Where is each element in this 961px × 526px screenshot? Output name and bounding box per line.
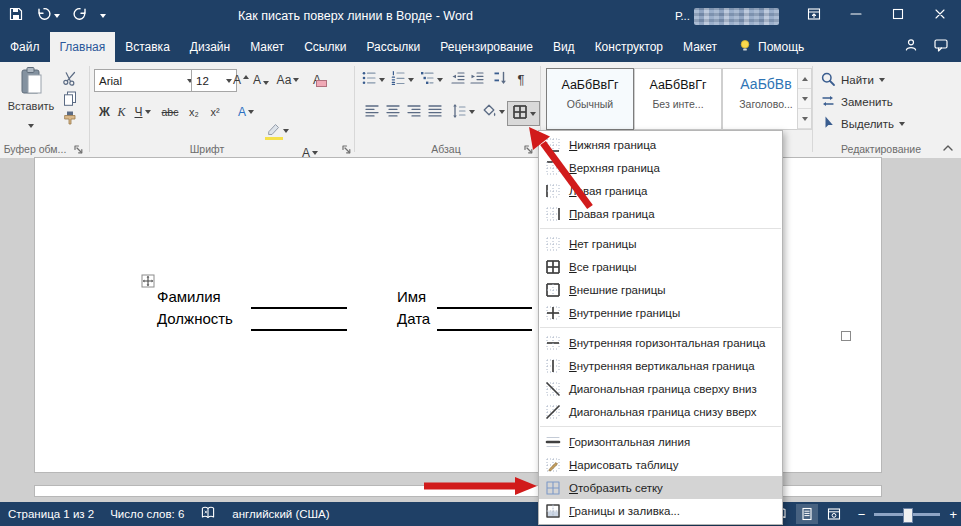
menu-item-diagonal-down-border[interactable]: Диагональная граница сверху вниз xyxy=(539,377,782,400)
table-cell-text[interactable]: Фамилия xyxy=(157,288,221,305)
tab-table-layout[interactable]: Макет xyxy=(673,32,727,62)
tab-mailings[interactable]: Рассылки xyxy=(356,32,430,62)
sort-button[interactable] xyxy=(490,69,510,90)
menu-item-right-border[interactable]: Правая граница xyxy=(539,202,782,225)
menu-item-left-border[interactable]: Левая граница xyxy=(539,179,782,202)
menu-item-no-border[interactable]: Нет границы xyxy=(539,232,782,255)
styles-gallery-more-icon[interactable] xyxy=(798,109,811,129)
menu-item-horizontal-line[interactable]: Горизонтальная линия xyxy=(539,430,782,453)
styles-scroll-up-icon[interactable] xyxy=(798,69,811,89)
find-button[interactable]: Найти xyxy=(820,71,885,89)
menu-item-borders-and-shading[interactable]: Границы и заливка... xyxy=(539,499,782,522)
web-layout-icon[interactable] xyxy=(823,504,845,524)
tab-view[interactable]: Вид xyxy=(543,32,585,62)
decrease-indent-button[interactable] xyxy=(449,69,467,90)
underline-button[interactable]: Ч xyxy=(130,101,155,123)
zoom-slider-thumb[interactable] xyxy=(903,508,913,523)
language-indicator[interactable]: английский (США) xyxy=(232,508,329,520)
text-effects-button[interactable]: А xyxy=(234,101,258,123)
tab-layout[interactable]: Макет xyxy=(240,32,294,62)
format-painter-icon[interactable] xyxy=(62,110,78,130)
cut-icon[interactable] xyxy=(62,70,78,90)
font-group-label: Шрифт xyxy=(92,142,322,156)
ribbon-display-options-icon[interactable] xyxy=(793,0,835,32)
horizontal-line-icon xyxy=(545,434,561,450)
align-center-button[interactable] xyxy=(383,101,402,123)
tab-home[interactable]: Главная xyxy=(50,32,116,62)
borders-button[interactable] xyxy=(507,101,540,126)
bold-button[interactable]: Ж xyxy=(96,101,113,123)
clear-formatting-button[interactable]: А xyxy=(306,70,328,89)
multilevel-list-button[interactable] xyxy=(418,69,444,90)
zoom-out-button[interactable]: − xyxy=(858,507,866,522)
menu-item-outside-borders[interactable]: Внешние границы xyxy=(539,278,782,301)
undo-icon[interactable] xyxy=(36,6,60,26)
draw-table-icon xyxy=(545,457,561,473)
menu-item-draw-table[interactable]: Нарисовать таблицу xyxy=(539,453,782,476)
numbering-button[interactable] xyxy=(389,69,415,90)
outside-borders-icon xyxy=(545,282,561,298)
align-right-icon xyxy=(406,103,422,122)
menu-item-inside-vertical-border[interactable]: Внутренняя вертикальная граница xyxy=(539,354,782,377)
shading-button[interactable] xyxy=(479,101,506,123)
word-count[interactable]: Число слов: 6 xyxy=(110,508,184,520)
shrink-font-button[interactable]: А xyxy=(252,70,270,89)
zoom-slider[interactable] xyxy=(874,513,940,516)
share-icon[interactable] xyxy=(903,37,919,57)
styles-scroll-down-icon[interactable] xyxy=(798,89,811,109)
tab-insert[interactable]: Вставка xyxy=(115,32,180,62)
italic-button[interactable]: К xyxy=(114,101,129,123)
menu-item-top-border[interactable]: Верхняя граница xyxy=(539,156,782,179)
tab-help[interactable]: Помощь xyxy=(727,32,814,62)
tab-table-design[interactable]: Конструктор xyxy=(585,32,673,62)
font-size-combo[interactable]: 12 xyxy=(191,69,237,92)
replace-button[interactable]: Заменить xyxy=(820,93,893,111)
menu-item-inside-borders[interactable]: Внутренние границы xyxy=(539,301,782,324)
font-name-combo[interactable]: Arial xyxy=(94,69,198,92)
menu-item-bottom-border[interactable]: Нижняя граница xyxy=(539,133,782,156)
page-count[interactable]: Страница 1 из 2 xyxy=(8,508,94,520)
highlight-color-button[interactable] xyxy=(262,120,292,142)
menu-item-diagonal-up-border[interactable]: Диагональная граница снизу вверх xyxy=(539,400,782,423)
tab-review[interactable]: Рецензирование xyxy=(430,32,543,62)
bullets-button[interactable] xyxy=(360,69,386,90)
justify-button[interactable] xyxy=(425,101,444,123)
align-right-button[interactable] xyxy=(404,101,423,123)
proofing-icon[interactable] xyxy=(200,505,216,523)
save-icon[interactable] xyxy=(8,6,24,26)
menu-item-view-gridlines[interactable]: Отобразить сетку xyxy=(539,476,782,499)
numbering-icon xyxy=(390,70,406,89)
style-card-normal[interactable]: АаБбВвГг Обычный xyxy=(546,68,634,130)
style-card-no-spacing[interactable]: АаБбВвГг Без инте... xyxy=(634,68,722,130)
comments-icon[interactable] xyxy=(933,37,949,57)
table-cell-text[interactable]: Имя xyxy=(397,288,426,305)
redo-icon[interactable] xyxy=(72,6,88,26)
tab-design[interactable]: Дизайн xyxy=(180,32,240,62)
show-marks-button[interactable]: ¶ xyxy=(513,69,529,90)
copy-icon[interactable] xyxy=(62,90,78,110)
tab-references[interactable]: Ссылки xyxy=(294,32,356,62)
change-case-button[interactable]: Аа xyxy=(274,70,302,89)
table-resize-handle[interactable] xyxy=(841,331,851,341)
paste-button[interactable]: Вставить xyxy=(6,66,56,138)
subscript-button[interactable]: х₂ xyxy=(184,101,204,123)
menu-item-all-borders[interactable]: Все границы xyxy=(539,255,782,278)
tab-file[interactable]: Файл xyxy=(0,32,50,62)
print-layout-icon[interactable] xyxy=(796,504,818,524)
table-cell-text[interactable]: Должность xyxy=(157,310,233,327)
minimize-icon[interactable] xyxy=(835,0,877,32)
strikethrough-button[interactable]: abc xyxy=(157,101,183,123)
maximize-icon[interactable] xyxy=(877,0,919,32)
select-button[interactable]: Выделить xyxy=(820,115,905,133)
superscript-button[interactable]: х² xyxy=(205,101,225,123)
line-spacing-button[interactable] xyxy=(449,101,476,123)
grow-font-button[interactable]: А xyxy=(232,70,250,89)
table-cell-text[interactable]: Дата xyxy=(397,310,430,327)
collapse-ribbon-icon[interactable] xyxy=(940,140,956,160)
table-move-handle-icon[interactable] xyxy=(141,274,155,292)
close-icon[interactable] xyxy=(919,0,961,32)
align-left-button[interactable] xyxy=(362,101,381,123)
zoom-in-button[interactable]: + xyxy=(949,507,957,522)
menu-item-inside-horizontal-border[interactable]: Внутренняя горизонтальная граница xyxy=(539,331,782,354)
increase-indent-button[interactable] xyxy=(468,69,486,90)
